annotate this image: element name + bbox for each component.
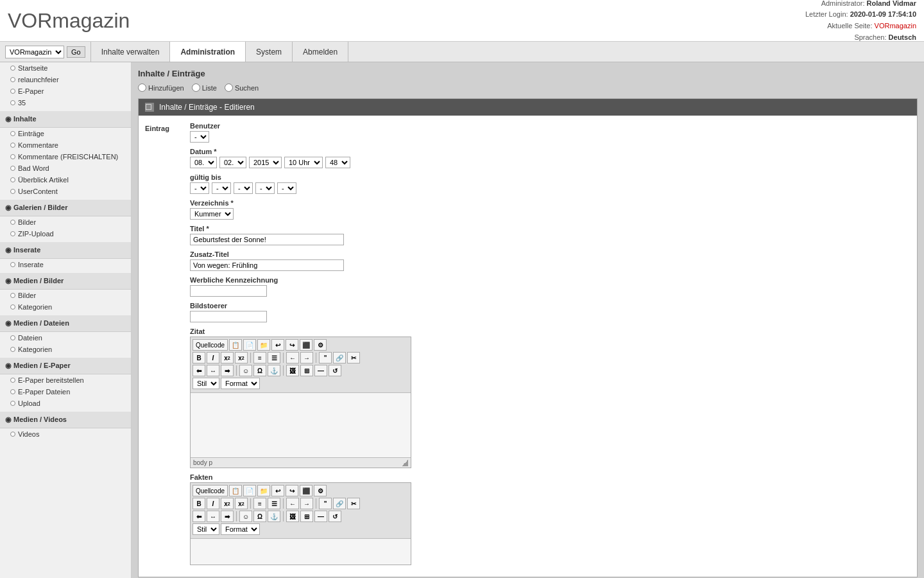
tab-inhalte-verwalten[interactable]: Inhalte verwalten: [91, 42, 171, 62]
go-button[interactable]: Go: [67, 46, 85, 58]
rte-sup-btn[interactable]: x2: [235, 352, 248, 363]
verzeichnis-select[interactable]: Kummer: [190, 208, 234, 220]
sidebar-item-eintraege[interactable]: Einträge: [0, 128, 131, 139]
tab-administration[interactable]: Administration: [170, 42, 246, 62]
rte-fakten-quellcode-btn[interactable]: Quellcode: [193, 485, 228, 496]
rte-anchor-btn[interactable]: ⚓: [268, 365, 280, 376]
rte-zitat-body[interactable]: [191, 393, 411, 457]
rte-table-btn[interactable]: ⊞: [300, 365, 313, 376]
rte-align-left-btn[interactable]: ⬅: [193, 365, 205, 376]
rte-align-center-btn[interactable]: ↔: [207, 365, 219, 376]
gb-min-select[interactable]: -: [277, 182, 296, 194]
werbliche-input[interactable]: [190, 285, 267, 297]
sidebar-item-zip-upload[interactable]: ZIP-Upload: [0, 228, 131, 240]
rte-indent-btn[interactable]: →: [300, 352, 313, 363]
rte-fakten-align-right-btn[interactable]: ➡: [221, 511, 234, 522]
sidebar-item-kategorien2[interactable]: Kategorien: [0, 344, 131, 355]
rte-fakten-btn4[interactable]: ⬛: [300, 485, 312, 496]
rte-stil-select[interactable]: Stil: [193, 378, 219, 389]
rte-fakten-char-btn[interactable]: Ω: [253, 511, 266, 522]
sidebar-item-epaper-dateien[interactable]: E-Paper Dateien: [0, 386, 131, 398]
rte-fakten-btn2[interactable]: 📄: [243, 485, 256, 496]
rte-fakten-format-select[interactable]: Format: [221, 523, 260, 535]
rte-fakten-outdent-btn[interactable]: ←: [286, 498, 299, 509]
datum-min-select[interactable]: 48: [325, 157, 350, 168]
rte-undo-btn[interactable]: ↩: [271, 339, 284, 351]
rte-fakten-ol-btn[interactable]: ≡: [253, 498, 266, 509]
rte-redo-btn[interactable]: ↪: [286, 339, 298, 351]
rte-quote-btn[interactable]: ": [319, 352, 332, 363]
rte-fakten-table-btn[interactable]: ⊞: [300, 511, 313, 522]
bildstoerer-input[interactable]: [190, 311, 267, 322]
rte-fakten-redo-btn[interactable]: ↪: [286, 485, 298, 496]
current-page-link[interactable]: VORmagazin: [875, 22, 916, 30]
sidebar-item-upload[interactable]: Upload: [0, 398, 131, 409]
datum-year-select[interactable]: 2015: [249, 157, 282, 168]
rte-fakten-stil-select[interactable]: Stil: [193, 523, 219, 535]
sidebar-item-kommentare-freischalten[interactable]: Kommentare (FREISCHALTEN): [0, 151, 131, 162]
rte-fakten-image-btn[interactable]: 🖼: [286, 511, 299, 522]
rte-link-btn[interactable]: 🔗: [333, 352, 346, 363]
rte-fakten-unlink-btn[interactable]: ✂: [347, 498, 360, 509]
rte-quellcode-btn[interactable]: Quellcode: [193, 339, 228, 351]
rte-fakten-anchor-btn[interactable]: ⚓: [268, 511, 280, 522]
rte-unlink-btn[interactable]: ✂: [347, 352, 360, 363]
gb-hour-select[interactable]: -: [255, 182, 275, 194]
rte-format-select[interactable]: Format: [221, 378, 260, 389]
rte-fakten-btn1[interactable]: 📋: [229, 485, 242, 496]
sidebar-item-relaunchfeier[interactable]: relaunchfeier: [0, 74, 131, 85]
datum-month-select[interactable]: 02.: [219, 157, 246, 168]
rte-fakten-italic-btn[interactable]: I: [207, 498, 219, 509]
rte-fakten-align-center-btn[interactable]: ↔: [207, 511, 219, 522]
rte-fakten-link-btn[interactable]: 🔗: [333, 498, 346, 509]
site-select[interactable]: VORmagazin: [5, 46, 64, 58]
rte-bold-btn[interactable]: B: [193, 352, 205, 363]
sidebar-item-epaper-bereitstellen[interactable]: E-Paper bereitstellen: [0, 374, 131, 386]
rte-btn1[interactable]: 📋: [229, 339, 242, 351]
titel-input[interactable]: [190, 234, 344, 245]
rte-special-btn[interactable]: ↺: [329, 365, 341, 376]
rte-fakten-btn5[interactable]: ⚙: [314, 485, 327, 496]
rte-smiley-btn[interactable]: ☺: [239, 365, 252, 376]
rte-btn5[interactable]: ⚙: [314, 339, 327, 351]
rte-ol-btn[interactable]: ≡: [253, 352, 266, 363]
rte-fakten-sub-btn[interactable]: x2: [221, 498, 234, 509]
tab-abmelden[interactable]: Abmelden: [293, 42, 348, 62]
rte-fakten-body[interactable]: [191, 539, 411, 565]
gb-month-select[interactable]: -: [212, 182, 231, 194]
rte-sub-btn[interactable]: x2: [221, 352, 234, 363]
rte-fakten-quote-btn[interactable]: ": [319, 498, 332, 509]
datum-hour-select[interactable]: 10 Uhr: [284, 157, 323, 168]
rte-resize-handle[interactable]: [402, 460, 408, 466]
rte-fakten-special-btn[interactable]: ↺: [329, 511, 341, 522]
rte-italic-btn[interactable]: I: [207, 352, 219, 363]
rte-fakten-undo-btn[interactable]: ↩: [271, 485, 284, 496]
rte-btn3[interactable]: 📁: [257, 339, 270, 351]
gb-year-select[interactable]: -: [234, 182, 253, 194]
sidebar-item-35[interactable]: 35: [0, 97, 131, 109]
rte-align-right-btn[interactable]: ➡: [221, 365, 234, 376]
benutzer-select[interactable]: -: [190, 131, 209, 143]
sidebar-item-ueberblick-artikel[interactable]: Überblick Artikel: [0, 174, 131, 186]
sidebar-item-bilder2[interactable]: Bilder: [0, 290, 131, 301]
rte-outdent-btn[interactable]: ←: [286, 352, 299, 363]
sidebar-item-startseite[interactable]: Startseite: [0, 62, 131, 74]
datum-day-select[interactable]: 08.: [190, 157, 217, 168]
radio-liste[interactable]: [192, 83, 200, 92]
action-liste[interactable]: Liste: [192, 83, 217, 92]
rte-fakten-hr-btn[interactable]: —: [314, 511, 327, 522]
rte-fakten-ul-btn[interactable]: ☰: [268, 498, 280, 509]
rte-btn4[interactable]: ⬛: [300, 339, 312, 351]
radio-hinzufuegen[interactable]: [138, 83, 146, 92]
sidebar-item-inserate[interactable]: Inserate: [0, 259, 131, 270]
sidebar-item-epaper[interactable]: E-Paper: [0, 85, 131, 97]
rte-fakten-btn3[interactable]: 📁: [257, 485, 270, 496]
rte-fakten-align-left-btn[interactable]: ⬅: [193, 511, 205, 522]
logo[interactable]: VORmagazin: [8, 9, 130, 33]
zusatz-titel-input[interactable]: [190, 259, 344, 271]
action-hinzufuegen[interactable]: Hinzufügen: [138, 83, 184, 92]
sidebar-item-kategorien[interactable]: Kategorien: [0, 301, 131, 313]
sidebar-item-kommentare[interactable]: Kommentare: [0, 139, 131, 151]
sidebar-item-dateien[interactable]: Dateien: [0, 332, 131, 344]
sidebar-item-bilder[interactable]: Bilder: [0, 216, 131, 228]
